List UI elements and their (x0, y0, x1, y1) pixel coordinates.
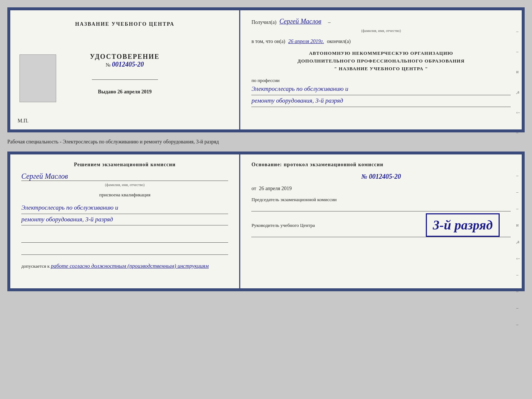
qualification-line2: ремонту оборудования, 3-й разряд (21, 214, 228, 226)
mp-label: М.П. (18, 118, 29, 124)
recipient-name: Сергей Маслов (279, 18, 321, 25)
cert-middle-section: УДОСТОВЕРЕНИЕ № 0012405-20 Выдано 26 апр… (90, 27, 160, 122)
qualification-line1: Электрослесарь по обслуживанию и (21, 202, 228, 214)
side-marks-bottom-right: – – – и ,а ‹– – – – – (516, 173, 520, 327)
cert-number-line: № 0012405-20 (90, 61, 160, 68)
signature-line-left (92, 79, 158, 80)
commission-title: Решением экзаменационной комиссии (21, 162, 228, 168)
received-label: Получил(а) (251, 19, 276, 25)
recipient-sub-label: (фамилия, имя, отчество) (361, 29, 401, 33)
qualification-block: Электрослесарь по обслуживанию и ремонту… (21, 202, 228, 225)
cert-top-right: Получил(а) Сергей Маслов – (фамилия, имя… (240, 10, 522, 129)
top-certificate: НАЗВАНИЕ УЧЕБНОГО ЦЕНТРА УДОСТОВЕРЕНИЕ №… (7, 7, 525, 132)
org-line1: АВТОНОМНУЮ НЕКОММЕРЧЕСКУЮ ОРГАНИЗАЦИЮ (251, 50, 511, 57)
doc-date-block: от 26 апреля 2019 (251, 186, 511, 192)
person-name-cursive: Сергей Маслов (21, 172, 228, 181)
admitted-value: работе согласно должностным (производств… (51, 263, 209, 269)
photo-placeholder (19, 54, 56, 102)
document-container: НАЗВАНИЕ УЧЕБНОГО ЦЕНТРА УДОСТОВЕРЕНИЕ №… (7, 7, 525, 291)
admitted-label: допускается к (21, 263, 50, 269)
profession-label: по профессии (251, 78, 511, 83)
commission-chair-block: Председатель экзаменационной комиссии (251, 197, 511, 211)
profession-line2: ремонту оборудования, 3-й разряд (251, 95, 511, 107)
qualification-label: присвоена квалификация (21, 192, 228, 198)
commission-chair-label: Председатель экзаменационной комиссии (251, 197, 511, 203)
cert-bottom-right: Основание: протокол экзаменационной коми… (240, 154, 522, 288)
between-text: Рабочая специальность - Электрослесарь п… (7, 137, 525, 147)
doc-date-label: от (251, 186, 256, 191)
sig-line-1 (21, 234, 228, 243)
cert-title: УДОСТОВЕРЕНИЕ (90, 53, 160, 61)
org-name-top: НАЗВАНИЕ УЧЕБНОГО ЦЕНТРА (75, 21, 174, 27)
profession-block: по профессии Электрослесарь по обслужива… (251, 78, 511, 107)
recipient-block: Получил(а) Сергей Маслов – (251, 18, 511, 25)
org-line3: " НАЗВАНИЕ УЧЕБНОГО ЦЕНТРА " (251, 65, 511, 73)
sig-line-2 (21, 246, 228, 255)
org-line2: ДОПОЛНИТЕЛЬНОГО ПРОФЕССИОНАЛЬНОГО ОБРАЗО… (251, 57, 511, 65)
basis-label: Основание: протокол экзаменационной коми… (251, 162, 511, 168)
cert-number-label: № (106, 62, 111, 68)
completed-label: окончил(а) (327, 39, 351, 44)
doc-number: № 0012405-20 (251, 173, 511, 181)
profession-line1: Электрослесарь по обслуживанию и (251, 83, 511, 95)
cert-top-left: НАЗВАНИЕ УЧЕБНОГО ЦЕНТРА УДОСТОВЕРЕНИЕ №… (10, 10, 240, 129)
issued-date: Выдано 26 апреля 2019 (98, 89, 152, 95)
bottom-certificate: Решением экзаменационной комиссии Сергей… (7, 152, 525, 291)
person-name-block: Сергей Маслов (фамилия, имя, отчество) (21, 172, 228, 188)
org-block: АВТОНОМНУЮ НЕКОММЕРЧЕСКУЮ ОРГАНИЗАЦИЮ ДО… (251, 50, 511, 72)
completed-date: 26 апреля 2019г. (288, 39, 324, 44)
stamp-box: 3-й разряд (426, 213, 500, 237)
cert-bottom-left: Решением экзаменационной комиссии Сергей… (10, 154, 240, 288)
person-sub-label: (фамилия, имя, отчество) (105, 183, 145, 187)
cert-number: 0012405-20 (112, 61, 144, 68)
admitted-block: допускается к работе согласно должностны… (21, 263, 228, 269)
in-that-block: в том, что он(а) 26 апреля 2019г. окончи… (251, 39, 511, 44)
in-that-label: в том, что он(а) (251, 39, 285, 44)
stamp-text: 3-й разряд (433, 217, 493, 233)
issued-label: Выдано (98, 89, 116, 95)
issued-date-value: 26 апреля 2019 (118, 89, 152, 95)
commission-chair-sig (251, 204, 511, 211)
doc-date-value: 26 апреля 2019 (259, 186, 292, 191)
sig-area-left (21, 234, 228, 255)
